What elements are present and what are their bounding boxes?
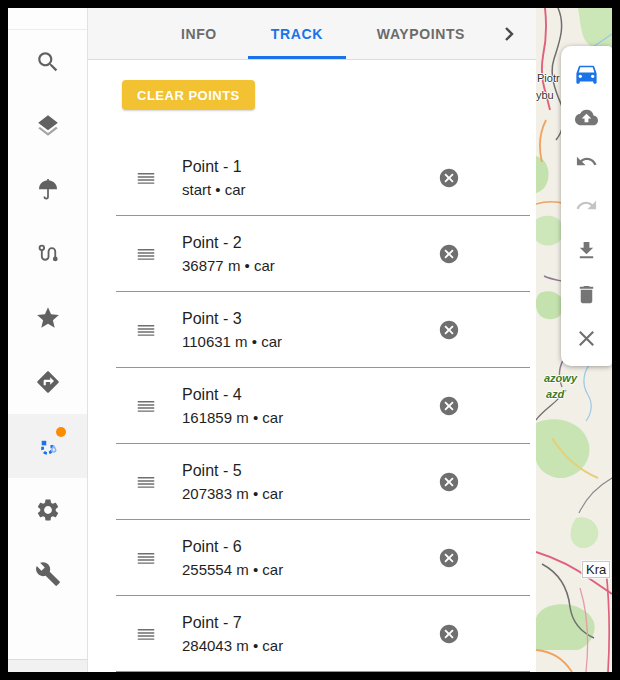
map-town-label-line1: Piotr (537, 72, 560, 84)
map-area[interactable]: Piotr ybu azowy azd Kra (536, 8, 612, 672)
map-edit-toolbar (561, 46, 612, 366)
point-subtitle: 110631 m • car (182, 332, 438, 352)
map-city-label: Kra (582, 561, 610, 578)
track-point-row: Point - 3 110631 m • car (88, 292, 536, 368)
row-divider (116, 671, 530, 672)
route-icon (35, 241, 61, 267)
drag-handle-icon[interactable] (135, 319, 157, 341)
cancel-icon (438, 471, 460, 493)
sidebar-item-layers[interactable] (8, 94, 87, 158)
delete-point-button[interactable] (438, 395, 460, 417)
cancel-icon (438, 167, 460, 189)
download-track-button[interactable] (573, 236, 601, 264)
sidebar-item-directions[interactable] (8, 350, 87, 414)
point-subtitle: start • car (182, 180, 438, 200)
cancel-icon (438, 319, 460, 341)
track-point-row: Point - 6 255554 m • car (88, 520, 536, 596)
sidebar-item-umbrella[interactable] (8, 158, 87, 222)
track-point-row: Point - 2 36877 m • car (88, 216, 536, 292)
map-area-label-line1: azowy (544, 372, 577, 384)
point-title: Point - 6 (182, 535, 438, 560)
point-title: Point - 7 (182, 611, 438, 636)
directions-icon (35, 369, 61, 395)
cancel-icon (438, 547, 460, 569)
tabs-overflow-button[interactable] (492, 8, 526, 59)
undo-icon (575, 150, 598, 173)
sidebar-item-search[interactable] (8, 30, 87, 94)
point-subtitle: 207383 m • car (182, 484, 438, 504)
redo-button[interactable] (573, 192, 601, 220)
point-title: Point - 2 (182, 231, 438, 256)
tab-waypoints[interactable]: WAYPOINTS (350, 8, 492, 59)
track-point-row: Point - 7 284043 m • car (88, 596, 536, 672)
point-subtitle: 284043 m • car (182, 636, 438, 656)
point-subtitle: 36877 m • car (182, 256, 438, 276)
layers-icon (35, 113, 61, 139)
chevron-right-icon (501, 26, 517, 42)
tab-bar: INFO TRACK WAYPOINTS (88, 8, 536, 60)
close-toolbar-button[interactable] (573, 325, 601, 353)
cloud-upload-icon (575, 106, 598, 129)
track-points-list: Point - 1 start • car Point - 2 36877 m … (88, 140, 536, 672)
drag-handle-icon[interactable] (135, 471, 157, 493)
drag-handle-icon[interactable] (135, 167, 157, 189)
drag-handle-icon[interactable] (135, 243, 157, 265)
delete-point-button[interactable] (438, 243, 460, 265)
delete-point-button[interactable] (438, 623, 460, 645)
trash-icon (575, 283, 598, 306)
point-title: Point - 5 (182, 459, 438, 484)
delete-point-button[interactable] (438, 319, 460, 341)
delete-point-button[interactable] (438, 471, 460, 493)
drag-handle-icon[interactable] (135, 547, 157, 569)
tools-icon (35, 561, 61, 587)
app-window: INFO TRACK WAYPOINTS CLEAR POINTS Point … (8, 8, 612, 672)
close-icon (575, 327, 598, 350)
drag-handle-icon[interactable] (135, 395, 157, 417)
map-town-label-line2: ybu (536, 89, 554, 101)
cancel-icon (438, 395, 460, 417)
sidebar-item-track-editor[interactable] (8, 414, 87, 478)
delete-point-button[interactable] (438, 167, 460, 189)
track-panel-content: CLEAR POINTS Point - 1 start • car Point… (88, 60, 536, 672)
cancel-icon (438, 243, 460, 265)
point-subtitle: 161859 m • car (182, 408, 438, 428)
star-icon (35, 305, 61, 331)
sidebar-item-tracks[interactable] (8, 222, 87, 286)
sidebar-item-favorites[interactable] (8, 286, 87, 350)
settings-icon (35, 497, 61, 523)
car-icon (573, 60, 600, 87)
delete-track-button[interactable] (573, 281, 601, 309)
track-point-row: Point - 1 start • car (88, 140, 536, 216)
sidebar-bottom-strip (8, 659, 87, 672)
undo-button[interactable] (573, 148, 601, 176)
umbrella-icon (35, 177, 61, 203)
sidebar-item-settings[interactable] (8, 478, 87, 542)
routing-mode-car-button[interactable] (573, 59, 601, 87)
notification-dot (56, 427, 66, 437)
track-point-row: Point - 4 161859 m • car (88, 368, 536, 444)
point-title: Point - 1 (182, 155, 438, 180)
track-panel: INFO TRACK WAYPOINTS CLEAR POINTS Point … (88, 8, 536, 672)
drag-handle-icon[interactable] (135, 623, 157, 645)
point-title: Point - 4 (182, 383, 438, 408)
sidebar-top-strip (8, 8, 87, 30)
cancel-icon (438, 623, 460, 645)
track-point-row: Point - 5 207383 m • car (88, 444, 536, 520)
sidebar-item-tools[interactable] (8, 542, 87, 606)
search-icon (35, 49, 61, 75)
download-icon (575, 239, 598, 262)
clear-points-button[interactable]: CLEAR POINTS (122, 80, 255, 110)
upload-track-button[interactable] (573, 103, 601, 131)
map-area-label-line2: azd (546, 388, 564, 400)
point-subtitle: 255554 m • car (182, 560, 438, 580)
delete-point-button[interactable] (438, 547, 460, 569)
tab-info[interactable]: INFO (154, 8, 244, 59)
sidebar (8, 8, 88, 672)
redo-icon (575, 194, 598, 217)
track-editor-icon (35, 433, 61, 459)
point-title: Point - 3 (182, 307, 438, 332)
tab-track[interactable]: TRACK (244, 8, 350, 59)
